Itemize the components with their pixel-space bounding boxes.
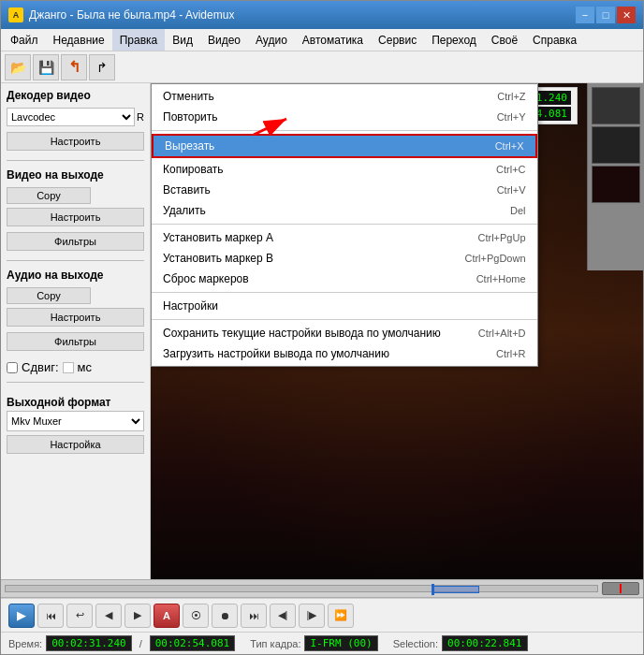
video-copy-btn[interactable]: Copy xyxy=(7,187,91,204)
copy-label: Копировать xyxy=(163,163,459,176)
menu-item-redo[interactable]: Повторить Ctrl+Y xyxy=(152,107,537,127)
menu-service[interactable]: Сервис xyxy=(371,29,424,51)
menu-help[interactable]: Справка xyxy=(525,29,584,51)
decoder-dropdown[interactable]: Lavcodec xyxy=(7,108,135,126)
delete-shortcut: Del xyxy=(510,205,526,216)
back-btn[interactable]: ↩ xyxy=(66,604,93,628)
undo-button[interactable]: ↰ xyxy=(61,54,87,80)
save-defaults-shortcut: Ctrl+Alt+D xyxy=(478,328,526,339)
rewind-btn[interactable]: ⏮ xyxy=(37,604,64,628)
timeline-marker xyxy=(432,584,434,595)
output-format-section: Выходной формат Mkv Muxer Настройка xyxy=(7,396,144,456)
menu-item-save-defaults[interactable]: Сохранить текущие настройки вывода по ум… xyxy=(152,323,537,343)
play-btn[interactable]: ▶ xyxy=(8,604,35,628)
timeline-selection xyxy=(432,586,479,593)
menubar: Файл Недавние Правка Вид Видео Аудио Авт… xyxy=(1,29,643,51)
mark-a-btn[interactable]: A xyxy=(154,604,180,628)
shift-checkbox[interactable] xyxy=(7,362,18,373)
video-configure-btn[interactable]: Настроить xyxy=(7,208,144,226)
format-configure-btn[interactable]: Настройка xyxy=(7,435,144,454)
menu-sep-2 xyxy=(152,224,537,225)
shift-input[interactable] xyxy=(63,362,74,373)
timeline-track[interactable] xyxy=(5,585,598,592)
menu-item-copy[interactable]: Копировать Ctrl+C xyxy=(152,159,537,180)
menu-item-load-defaults[interactable]: Загрузить настройки вывода по умолчанию … xyxy=(152,343,537,364)
shift-unit: мс xyxy=(78,360,92,374)
decoder-configure-btn[interactable]: Настроить xyxy=(7,132,144,151)
total-time: 00:02:54.081 xyxy=(150,635,235,651)
format-dropdown[interactable]: Mkv Muxer xyxy=(7,411,144,431)
paste-label: Вставить xyxy=(163,183,460,196)
menu-item-marker-b[interactable]: Установить маркер B Ctrl+PgDown xyxy=(152,248,537,269)
next-key-btn[interactable]: |▶ xyxy=(299,604,325,628)
menu-auto[interactable]: Автоматика xyxy=(295,29,371,51)
redo-label: Повторить xyxy=(163,110,460,124)
edit-dropdown-menu: Отменить Ctrl+Z Повторить Ctrl+Y Вырезат… xyxy=(151,83,538,367)
video-filter-btn[interactable]: Фильтры xyxy=(7,232,144,251)
save-defaults-label: Сохранить текущие настройки вывода по ум… xyxy=(163,327,441,340)
audio-configure-btn[interactable]: Настроить xyxy=(7,308,144,327)
selection-value: 00:00:22.841 xyxy=(442,635,527,651)
sep-1: / xyxy=(139,638,142,649)
audio-filter-btn[interactable]: Фильтры xyxy=(7,332,144,351)
minimize-button[interactable]: − xyxy=(576,7,594,23)
main-content: Декодер видео Lavcodec R Настроить Видео… xyxy=(1,83,643,579)
decoder-label: R xyxy=(137,111,144,123)
timeline-thumbnail xyxy=(602,582,639,595)
save-button[interactable]: 💾 xyxy=(33,54,59,80)
prev-frame-btn[interactable]: ◀ xyxy=(95,604,122,628)
menu-recent[interactable]: Недавние xyxy=(46,29,112,51)
redo-button[interactable]: ↱ xyxy=(89,54,115,80)
reset-markers-shortcut: Ctrl+Home xyxy=(476,273,526,284)
load-defaults-shortcut: Ctrl+R xyxy=(496,348,525,359)
decoder-section-title: Декодер видео xyxy=(7,89,144,102)
menu-view[interactable]: Вид xyxy=(165,29,200,51)
shift-row: Сдвиг: мс xyxy=(7,360,144,374)
time-value: 00:02:31.240 xyxy=(46,635,131,651)
video-area: A: 00:02:31.240 B: 00:02:54.081 Отменить xyxy=(151,83,643,579)
load-defaults-label: Загрузить настройки вывода по умолчанию xyxy=(163,347,459,360)
undo-shortcut: Ctrl+Z xyxy=(497,91,525,102)
app-icon: A xyxy=(8,7,23,22)
menu-item-settings[interactable]: Настройки xyxy=(152,296,537,316)
maximize-button[interactable]: □ xyxy=(596,7,615,23)
menu-item-delete[interactable]: Удалить Del xyxy=(152,200,537,221)
menu-video[interactable]: Видео xyxy=(200,29,248,51)
split-btn[interactable]: ⦿ xyxy=(183,604,209,628)
menu-sep-4 xyxy=(152,319,537,320)
thumbnail-strip xyxy=(587,83,643,270)
delete-label: Удалить xyxy=(163,204,473,217)
record-btn[interactable]: ⏺ xyxy=(212,604,238,628)
thumb-2 xyxy=(592,126,640,164)
marker-b-label: Установить маркер B xyxy=(163,252,427,265)
frame-type-value: I-FRM (00) xyxy=(304,635,377,651)
menu-file[interactable]: Файл xyxy=(3,29,46,51)
selection-label: Selection: xyxy=(393,638,438,649)
thumb-red-line xyxy=(620,584,622,593)
open-button[interactable]: 📂 xyxy=(5,54,31,80)
audio-copy-btn[interactable]: Copy xyxy=(7,287,91,304)
menu-item-undo[interactable]: Отменить Ctrl+Z xyxy=(152,86,537,107)
main-window: A Джанго - Была не была.mp4 - Avidemux −… xyxy=(0,0,644,655)
close-button[interactable]: ✕ xyxy=(617,7,636,23)
menu-edit[interactable]: Правка xyxy=(112,29,166,51)
next-frame-btn[interactable]: ▶ xyxy=(124,604,151,628)
skip-end-btn[interactable]: ⏭ xyxy=(241,604,267,628)
frame-type-label: Тип кадра: xyxy=(250,638,300,649)
cut-shortcut: Ctrl+X xyxy=(495,140,524,152)
fast-forward-btn[interactable]: ⏩ xyxy=(328,604,354,628)
menu-navigate[interactable]: Переход xyxy=(424,29,484,51)
divider-3 xyxy=(7,382,144,383)
menu-audio[interactable]: Аудио xyxy=(248,29,295,51)
marker-a-label: Установить маркер A xyxy=(163,231,441,244)
menu-own[interactable]: Своё xyxy=(484,29,525,51)
menu-item-cut[interactable]: Вырезать Ctrl+X xyxy=(152,134,537,158)
menu-item-reset-markers[interactable]: Сброс маркеров Ctrl+Home xyxy=(152,269,537,289)
prev-key-btn[interactable]: ◀| xyxy=(270,604,296,628)
divider-1 xyxy=(7,160,144,161)
thumb-3 xyxy=(592,166,640,203)
menu-item-marker-a[interactable]: Установить маркер A Ctrl+PgUp xyxy=(152,227,537,248)
thumb-1 xyxy=(592,87,640,124)
menu-item-paste[interactable]: Вставить Ctrl+V xyxy=(152,180,537,200)
marker-b-shortcut: Ctrl+PgDown xyxy=(464,253,525,264)
